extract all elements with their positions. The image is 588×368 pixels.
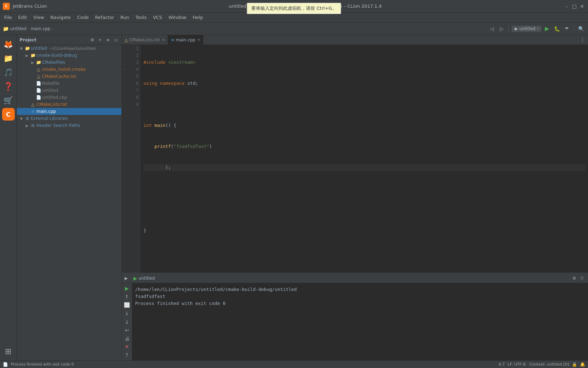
menu-run[interactable]: Run: [118, 14, 132, 21]
tree-item-main-cpp[interactable]: ▶ ≡ main.cpp: [17, 108, 121, 115]
keyboard-capture-tooltip: 要将输入定向到此虚拟机，请按 Ctrl+G。: [247, 3, 341, 14]
taskbar-help[interactable]: ❓: [2, 80, 15, 93]
statusbar-right: 6:7 LF: UTF-8· Context: untitled [D] 🔒 🔔: [499, 362, 585, 367]
taskbar-music[interactable]: 🎵: [2, 66, 15, 79]
maximize-button[interactable]: □: [571, 3, 578, 9]
tab-cmakelists-close[interactable]: ✕: [162, 38, 165, 42]
project-panel-actions: ⚙ + ≡ ◁: [89, 37, 119, 43]
tree-icon-makefile: 📄: [36, 81, 41, 86]
project-settings-btn[interactable]: ⚙: [89, 37, 96, 43]
toolbar-sep1: [509, 25, 509, 32]
code-editor[interactable]: ▾ 1 2 3 4 5 6 7 8 9 #i: [122, 45, 588, 273]
run-output-line-1: /home/len/CLionProjects/untitled/cmake-b…: [135, 286, 585, 293]
fold-6: [122, 80, 127, 87]
code-line-1: #include <iostream>: [144, 59, 585, 66]
titlebar-controls: – □ ✕: [564, 3, 585, 9]
run-panel-actions: ⚙ ▽: [571, 275, 585, 281]
tree-item-untitled-bin[interactable]: ▶ 📄 untitled: [17, 87, 121, 94]
minimize-button[interactable]: –: [564, 3, 570, 9]
tree-item-cmakecache[interactable]: ▶ △ CMakeCache.txt: [17, 73, 121, 80]
line-num-1: 1: [127, 45, 139, 52]
menu-edit[interactable]: Edit: [15, 14, 30, 21]
main-area: 🦊 📁 🎵 ❓ 🛒 C ⊞ Project ⚙ + ≡ ◁ ▼ 📁 untitl…: [0, 35, 588, 360]
app-menu-label[interactable]: JetBrains CLion: [13, 4, 47, 9]
menu-refactor[interactable]: Refactor: [92, 14, 117, 21]
run-tab[interactable]: ▶ untitled: [131, 275, 158, 282]
tree-icon-untitled-cbp: 📄: [36, 95, 41, 100]
menu-help[interactable]: Help: [190, 14, 206, 21]
coverage-button[interactable]: ☂: [562, 25, 571, 33]
taskbar-clion[interactable]: C: [2, 108, 15, 121]
run-close-btn[interactable]: ✕: [123, 343, 131, 350]
menu-tools[interactable]: Tools: [133, 14, 149, 21]
menu-code[interactable]: Code: [74, 14, 91, 21]
statusbar-encoding[interactable]: LF: UTF-8·: [507, 362, 526, 367]
project-gear-btn[interactable]: ≡: [105, 37, 111, 43]
statusbar-context[interactable]: Context: untitled [D]: [530, 362, 569, 367]
project-collapse-btn[interactable]: ◁: [112, 37, 119, 43]
run-print-btn[interactable]: 🖨: [123, 335, 131, 342]
project-add-btn[interactable]: +: [97, 37, 103, 43]
run-settings-btn[interactable]: ⚙: [571, 275, 578, 281]
editor-tabs: △ CMakeLists.txt ✕ ≡ main.cpp ✕ ⋮: [122, 35, 588, 45]
tree-item-cmake-install[interactable]: ▶ △ cmake_install.cmake: [17, 66, 121, 73]
tree-item-header-paths[interactable]: ▶ ⊞ Header Search Paths: [17, 122, 121, 129]
tree-item-makefile[interactable]: ▶ 📄 Makefile: [17, 80, 121, 87]
run-panel-sidebar: ▶ ↑ ⬜ ↓ ⤓ ↩ 🖨 ✕ ?: [122, 283, 132, 360]
run-scroll-end[interactable]: ⤓: [123, 318, 131, 326]
statusbar-position[interactable]: 6:7: [499, 362, 505, 367]
menu-window[interactable]: Window: [166, 14, 189, 21]
run-step-down[interactable]: ↓: [123, 309, 131, 317]
keyword-namespace: namespace: [160, 80, 184, 87]
tree-item-ext-libs[interactable]: ▼ ⊞ External Libraries: [17, 115, 121, 122]
editor-scroll-indicator: ⋮: [577, 36, 588, 43]
run-configuration-selector[interactable]: ▶ untitled ▾: [512, 26, 541, 32]
close-button[interactable]: ✕: [579, 3, 585, 9]
line-num-2: 2: [127, 52, 139, 59]
fold-2: [122, 52, 127, 59]
debug-button[interactable]: 🐛: [553, 25, 561, 33]
tree-icon-main-cpp: ≡: [30, 109, 36, 114]
code-content[interactable]: #include <iostream> using namespace std;…: [141, 45, 588, 273]
run-button[interactable]: ▶: [543, 25, 551, 33]
toolbar-right: ◁ ▷ ▶ untitled ▾ ▶ 🐛 ☂ 🔍: [488, 25, 585, 33]
run-restart-btn[interactable]: ▶: [123, 285, 131, 292]
run-stop-btn[interactable]: ⬜: [123, 301, 131, 309]
breadcrumb-file[interactable]: main.cpp: [31, 26, 50, 31]
menu-vcs[interactable]: VCS: [150, 14, 165, 21]
breadcrumb-sep2: ›: [52, 26, 54, 31]
toolbar-nav-back[interactable]: ◁: [488, 25, 496, 33]
breadcrumb-project[interactable]: untitled: [10, 26, 26, 31]
line-num-3: 3: [127, 59, 139, 66]
run-help-btn[interactable]: ?: [123, 351, 131, 359]
menu-file[interactable]: File: [1, 14, 15, 21]
breadcrumb: 📁 untitled › main.cpp ›: [3, 26, 54, 32]
tab-cmakelists[interactable]: △ CMakeLists.txt ✕: [122, 35, 168, 45]
tree-item-cmakelists[interactable]: ▶ △ CMakeLists.txt: [17, 101, 121, 108]
tree-item-cmake-build[interactable]: ▶ 📁 cmake-build-debug: [17, 52, 121, 59]
search-everywhere-button[interactable]: 🔍: [577, 25, 585, 33]
tree-label-ext-libs: External Libraries: [31, 116, 68, 121]
tree-arrow-ext-libs: ▼: [19, 116, 24, 121]
tree-icon-untitled-bin: 📄: [36, 88, 41, 93]
run-wrap-btn[interactable]: ↩: [123, 326, 131, 334]
run-collapse-btn[interactable]: ▽: [579, 275, 585, 281]
menu-navigate[interactable]: Navigate: [48, 14, 74, 21]
tab-main-cpp[interactable]: ≡ main.cpp ✕: [168, 35, 203, 45]
tree-label-cmakefiles: CMakeFiles: [42, 60, 65, 65]
taskbar-firefox[interactable]: 🦊: [2, 38, 15, 50]
taskbar-amazon[interactable]: 🛒: [2, 94, 15, 107]
toolbar-nav-fwd[interactable]: ▷: [497, 25, 506, 33]
tree-item-untitled-cbp[interactable]: ▶ 📄 untitled.cbp: [17, 94, 121, 101]
tree-item-cmakefiles[interactable]: ▶ 📁 CMakeFiles: [17, 59, 121, 66]
run-rerun-up[interactable]: ↑: [123, 293, 131, 301]
fn-main: main: [154, 122, 165, 129]
tree-arrow-cmake-build: ▶: [24, 53, 29, 58]
tab-main-cpp-close[interactable]: ✕: [197, 38, 200, 42]
menu-view[interactable]: View: [30, 14, 47, 21]
tree-item-root[interactable]: ▼ 📁 untitled ~/CLionProjects/untitled: [17, 45, 121, 52]
taskbar-apps[interactable]: ⊞: [2, 345, 15, 357]
run-panel-header: ▶ ▶ untitled ⚙ ▽: [122, 273, 588, 283]
run-config-icon: ▶: [514, 26, 518, 31]
taskbar-files[interactable]: 📁: [2, 52, 15, 64]
